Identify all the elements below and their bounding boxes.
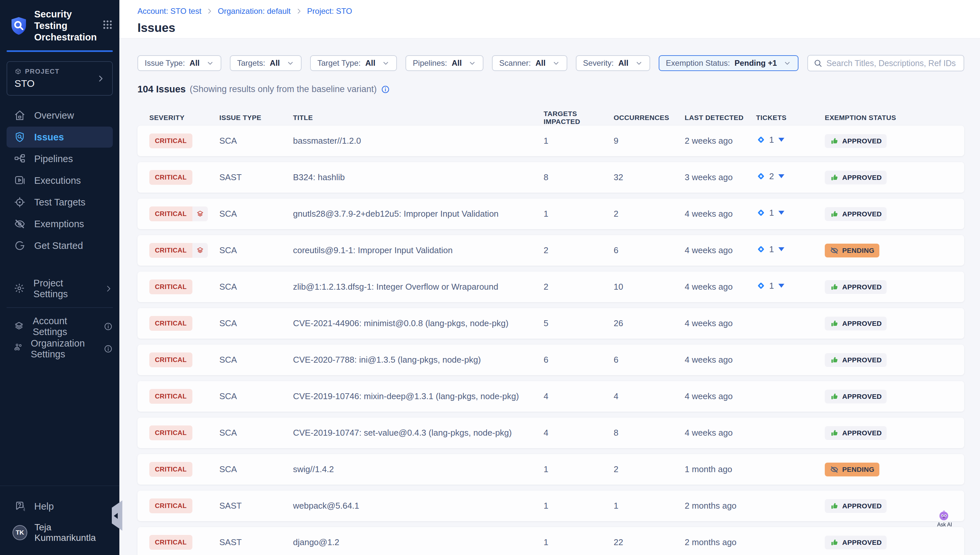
last-detected: 2 months ago bbox=[685, 537, 756, 547]
ticket-caret-icon bbox=[778, 138, 784, 142]
chevron-right-icon bbox=[104, 284, 113, 293]
filter-pipelines[interactable]: Pipelines: All bbox=[406, 55, 483, 71]
issue-row[interactable]: CRITICAL SAST B324: hashlib 8 32 3 weeks… bbox=[138, 162, 964, 192]
ticket-dropdown[interactable]: 1 bbox=[756, 244, 784, 255]
sidebar-item-issues[interactable]: Issues bbox=[6, 127, 113, 148]
column-header: LAST DETECTED bbox=[685, 114, 756, 122]
project-selector[interactable]: PROJECT STO bbox=[6, 61, 113, 96]
issue-type: SCA bbox=[219, 209, 293, 219]
issue-row[interactable]: CRITICAL SCA CVE-2021-44906: minimist@0.… bbox=[138, 308, 964, 338]
stacked-layers-icon bbox=[192, 243, 208, 258]
severity-badge: CRITICAL bbox=[149, 462, 192, 477]
cube-icon bbox=[14, 68, 22, 75]
module-grid-icon[interactable] bbox=[102, 19, 113, 30]
user-name: Teja Kummarikuntla bbox=[35, 522, 113, 543]
targets-impacted: 2 bbox=[544, 245, 614, 255]
info-icon[interactable] bbox=[381, 85, 390, 94]
filter-exemption-status[interactable]: Exemption Status: Pending +1 bbox=[659, 55, 799, 71]
filter-severity[interactable]: Severity: All bbox=[576, 55, 650, 71]
sidebar-item-executions[interactable]: Executions bbox=[0, 170, 119, 191]
ai-bot-icon bbox=[937, 508, 952, 522]
ticket-dropdown[interactable]: 1 bbox=[756, 135, 784, 145]
issue-row[interactable]: CRITICAL SCA bassmaster//1.2.0 1 9 2 wee… bbox=[138, 125, 964, 156]
issue-type: SAST bbox=[219, 501, 293, 511]
ask-ai-button[interactable]: Ask AI bbox=[936, 508, 953, 529]
thumbs-up-icon bbox=[830, 173, 839, 182]
chevron-down-icon bbox=[206, 59, 214, 67]
sidebar-item-overview[interactable]: Overview bbox=[0, 105, 119, 126]
eye-off-dark-icon bbox=[830, 246, 839, 255]
occurrences: 32 bbox=[614, 172, 685, 183]
sidebar-item-account-settings[interactable]: Account Settings bbox=[0, 316, 119, 337]
filter-target-type[interactable]: Target Type: All bbox=[310, 55, 397, 71]
ticket-caret-icon bbox=[778, 247, 784, 251]
issue-row[interactable]: CRITICAL SCA coreutils@9.1-1: Improper I… bbox=[138, 235, 964, 266]
chevron-down-icon bbox=[783, 59, 791, 67]
issue-row[interactable]: CRITICAL SCA CVE-2020-7788: ini@1.3.5 (l… bbox=[138, 345, 964, 375]
issue-title: CVE-2019-10747: set-value@0.4.3 (lang-pk… bbox=[293, 428, 544, 438]
sidebar-item-exemptions[interactable]: Exemptions bbox=[0, 213, 119, 234]
severity-badge: CRITICAL bbox=[149, 535, 192, 550]
search-box[interactable] bbox=[807, 55, 964, 71]
sidebar-header: Security Testing Orchestration bbox=[0, 0, 119, 50]
sidebar-item-pipelines[interactable]: Pipelines bbox=[0, 148, 119, 169]
sidebar-item-project-settings[interactable]: Project Settings bbox=[0, 278, 119, 300]
targets-impacted: 8 bbox=[544, 172, 614, 183]
help-button[interactable]: Help bbox=[0, 496, 119, 517]
thumbs-up-icon bbox=[830, 355, 839, 365]
last-detected: 2 months ago bbox=[685, 501, 756, 511]
sidebar-item-get-started[interactable]: Get Started bbox=[0, 235, 119, 256]
severity-badge: CRITICAL bbox=[149, 425, 192, 440]
issues-shield-search-icon bbox=[14, 131, 26, 143]
filter-issue-type[interactable]: Issue Type: All bbox=[138, 55, 221, 71]
breadcrumb-link[interactable]: Project: STO bbox=[307, 6, 352, 16]
sidebar-item-organization-settings[interactable]: Organization Settings bbox=[0, 338, 119, 360]
issue-row[interactable]: CRITICAL SCA zlib@1:1.2.13.dfsg-1: Integ… bbox=[138, 271, 964, 302]
ticket-dropdown[interactable]: 1 bbox=[756, 281, 784, 291]
issue-row[interactable]: CRITICAL SCA CVE-2019-10747: set-value@0… bbox=[138, 417, 964, 448]
exemption-status-badge: PENDING bbox=[825, 244, 879, 257]
issue-row[interactable]: CRITICAL SCA CVE-2019-10746: mixin-deep@… bbox=[138, 381, 964, 412]
project-label: PROJECT bbox=[25, 68, 59, 75]
ticket-dropdown[interactable]: 2 bbox=[756, 171, 784, 181]
issue-row[interactable]: CRITICAL SAST webpack@5.64.1 1 1 2 month… bbox=[138, 491, 964, 521]
issues-table: CRITICAL SCA bassmaster//1.2.0 1 9 2 wee… bbox=[138, 125, 964, 555]
sto-shield-logo bbox=[8, 16, 29, 36]
user-menu[interactable]: TK Teja Kummarikuntla bbox=[0, 518, 119, 545]
occurrences: 10 bbox=[614, 282, 685, 292]
last-detected: 1 month ago bbox=[685, 464, 756, 475]
ticket-dropdown[interactable]: 1 bbox=[756, 208, 784, 218]
issue-row[interactable]: CRITICAL SAST django@1.2 1 22 2 months a… bbox=[138, 527, 964, 555]
target-icon bbox=[14, 196, 26, 208]
eye-off-icon bbox=[14, 218, 26, 230]
search-input[interactable] bbox=[826, 59, 958, 68]
thumbs-up-icon bbox=[830, 209, 839, 219]
filter-targets[interactable]: Targets: All bbox=[230, 55, 302, 71]
avatar: TK bbox=[13, 525, 27, 540]
home-icon bbox=[14, 109, 26, 121]
occurrences: 9 bbox=[614, 136, 685, 146]
last-detected: 4 weeks ago bbox=[685, 318, 756, 329]
last-detected: 4 weeks ago bbox=[685, 391, 756, 401]
info-icon[interactable] bbox=[104, 344, 113, 353]
issue-title: coreutils@9.1-1: Improper Input Validati… bbox=[293, 245, 544, 255]
targets-impacted: 4 bbox=[544, 391, 614, 401]
breadcrumb-link[interactable]: Account: STO test bbox=[138, 6, 201, 16]
issue-row[interactable]: CRITICAL SCA swig//1.4.2 1 2 1 month ago… bbox=[138, 454, 964, 484]
occurrences: 6 bbox=[614, 355, 685, 365]
help-label: Help bbox=[34, 501, 54, 512]
issue-type: SCA bbox=[219, 428, 293, 438]
issue-title: zlib@1:1.2.13.dfsg-1: Integer Overflow o… bbox=[293, 282, 544, 292]
org-tree-icon bbox=[14, 343, 22, 355]
summary-line: 104 Issues (Showing results only from th… bbox=[138, 84, 964, 95]
column-header: TICKETS bbox=[756, 114, 825, 122]
severity-badge: CRITICAL bbox=[149, 316, 192, 331]
jira-icon bbox=[756, 281, 766, 291]
sidebar-divider bbox=[6, 307, 113, 308]
filter-scanner[interactable]: Scanner: All bbox=[492, 55, 567, 71]
info-icon[interactable] bbox=[104, 322, 113, 331]
sidebar-item-test-targets[interactable]: Test Targets bbox=[0, 192, 119, 213]
issue-row[interactable]: CRITICAL SCA gnutls28@3.7.9-2+deb12u5: I… bbox=[138, 199, 964, 229]
breadcrumb-link[interactable]: Organization: default bbox=[218, 6, 290, 16]
severity-badge: CRITICAL bbox=[149, 133, 192, 148]
